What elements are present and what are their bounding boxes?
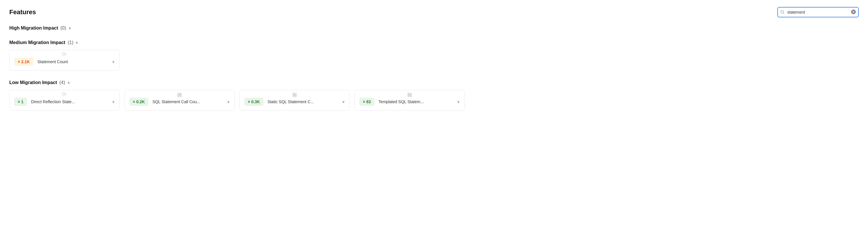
svg-rect-13	[408, 96, 411, 97]
svg-rect-12	[408, 94, 411, 96]
page-header: Features	[9, 7, 859, 17]
card-top-icon-low-2	[292, 92, 297, 98]
svg-line-1	[783, 12, 784, 13]
section-header-high[interactable]: High Migration Impact (0) ∨	[9, 26, 859, 31]
search-clear-button[interactable]	[851, 9, 856, 15]
card-expand-chevron-low-1[interactable]: ∨	[227, 100, 230, 104]
svg-rect-9	[293, 94, 296, 96]
card-label-low-3: Templated SQL Statem...	[378, 100, 455, 104]
feature-card-low-0[interactable]: × 1Direct Reflection State...∨	[9, 90, 120, 111]
card-top-icon-low-1	[177, 92, 182, 98]
card-expand-chevron-low-2[interactable]: ∨	[342, 100, 345, 104]
card-expand-chevron-medium-0[interactable]: ∨	[112, 60, 115, 64]
feature-card-low-1[interactable]: × 0.2KSQL Statement Call Cou...∨	[124, 90, 235, 111]
card-expand-chevron-low-3[interactable]: ∨	[457, 100, 460, 104]
card-badge-low-2: × 0.3K	[244, 98, 264, 106]
section-high: High Migration Impact (0) ∨	[9, 26, 859, 31]
section-title-high: High Migration Impact	[9, 26, 58, 31]
svg-rect-11	[408, 93, 411, 94]
cards-row-medium: × 2.1KStatement Count∨	[9, 50, 859, 71]
section-header-medium[interactable]: Medium Migration Impact (1) ∧	[9, 40, 859, 45]
card-top-icon-medium-0	[62, 52, 67, 58]
svg-rect-6	[178, 94, 181, 96]
card-top-icon-low-0	[62, 92, 67, 98]
section-count-high: (0)	[60, 26, 66, 31]
search-input[interactable]	[777, 7, 859, 17]
section-count-low: (4)	[59, 80, 65, 85]
card-top-icon-low-3	[407, 92, 412, 98]
card-label-low-2: Static SQL Statement C...	[268, 100, 340, 104]
card-label-medium-0: Statement Count	[37, 60, 110, 64]
section-medium: Medium Migration Impact (1) ∧ × 2.1KStat…	[9, 40, 859, 71]
search-icon	[780, 10, 784, 15]
card-badge-low-3: × 83	[359, 98, 374, 106]
card-badge-medium-0: × 2.1K	[14, 58, 33, 66]
section-chevron-high: ∨	[68, 26, 71, 30]
feature-card-low-3[interactable]: × 83Templated SQL Statem...∨	[354, 90, 465, 111]
section-low: Low Migration Impact (4) ∧ × 1Direct Ref…	[9, 80, 859, 111]
card-badge-low-0: × 1	[14, 98, 27, 106]
cards-row-low: × 1Direct Reflection State...∨ × 0.2KSQL…	[9, 90, 859, 111]
section-title-low: Low Migration Impact	[9, 80, 57, 85]
feature-card-low-2[interactable]: × 0.3KStatic SQL Statement C...∨	[239, 90, 350, 111]
section-count-medium: (1)	[68, 40, 73, 45]
section-chevron-low: ∧	[67, 81, 70, 85]
card-badge-low-1: × 0.2K	[129, 98, 149, 106]
page-title: Features	[9, 8, 36, 16]
section-title-medium: Medium Migration Impact	[9, 40, 65, 45]
svg-rect-8	[293, 93, 296, 94]
svg-rect-10	[293, 96, 296, 97]
sections-container: High Migration Impact (0) ∨Medium Migrat…	[9, 26, 859, 111]
card-label-low-1: SQL Statement Call Cou...	[153, 100, 225, 104]
svg-rect-5	[178, 93, 181, 94]
card-expand-chevron-low-0[interactable]: ∨	[112, 100, 115, 104]
section-chevron-medium: ∧	[75, 41, 78, 45]
card-label-low-0: Direct Reflection State...	[31, 100, 110, 104]
svg-rect-7	[178, 96, 181, 97]
section-header-low[interactable]: Low Migration Impact (4) ∧	[9, 80, 859, 85]
search-container	[777, 7, 859, 17]
feature-card-medium-0[interactable]: × 2.1KStatement Count∨	[9, 50, 120, 71]
